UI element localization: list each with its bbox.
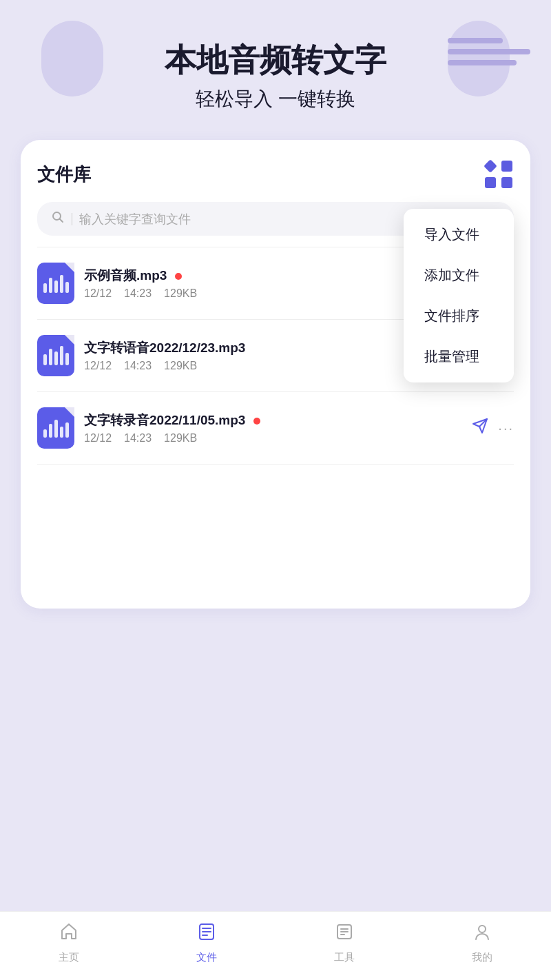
search-divider	[72, 213, 72, 225]
file-item-3[interactable]: 文字转录音2022/11/05.mp3 12/12 14:23 129KB ··…	[37, 398, 514, 458]
bar4	[60, 427, 63, 438]
file-icon-2	[37, 335, 74, 376]
page-title: 本地音频转文字	[28, 41, 523, 79]
file-icon-nav	[196, 921, 217, 947]
bar3	[54, 280, 58, 293]
bar1	[43, 354, 47, 365]
tool-icon	[334, 921, 355, 947]
file-name-3: 文字转录音2022/11/05.mp3	[84, 411, 462, 429]
file-date-3: 12/12	[84, 432, 112, 445]
bar1	[43, 283, 47, 293]
bar3	[54, 420, 58, 438]
home-icon	[59, 921, 79, 947]
bar5	[65, 353, 69, 365]
library-header: 文件库	[37, 159, 514, 190]
red-dot-3	[253, 418, 260, 425]
nav-item-tool[interactable]: 工具	[276, 921, 413, 964]
grid-icon-sq3	[501, 177, 512, 188]
file-time-3: 14:23	[124, 432, 152, 445]
bottom-nav: 主页 文件 工具 我的	[0, 911, 551, 980]
audio-bars-3	[43, 418, 69, 438]
audio-bars-1	[43, 274, 69, 293]
page-subtitle: 轻松导入 一键转换	[28, 86, 523, 112]
dropdown-item-sort[interactable]: 文件排序	[404, 296, 514, 336]
nav-item-mine[interactable]: 我的	[413, 921, 551, 964]
file-time-1: 14:23	[124, 287, 152, 300]
file-meta-3: 12/12 14:23 129KB	[84, 432, 462, 445]
search-icon	[51, 210, 65, 227]
file-time-2: 14:23	[124, 360, 152, 372]
file-actions-3: ···	[472, 418, 514, 438]
search-placeholder: 输入关键字查询文件	[79, 211, 191, 227]
file-date-2: 12/12	[84, 360, 112, 372]
nav-label-tool: 工具	[334, 951, 355, 964]
bar4	[60, 275, 63, 293]
bar2	[49, 278, 52, 293]
file-info-3: 文字转录音2022/11/05.mp3 12/12 14:23 129KB	[84, 411, 462, 445]
list-divider-3	[37, 464, 514, 465]
dropdown-menu: 导入文件 添加文件 文件排序 批量管理	[404, 209, 514, 382]
file-date-1: 12/12	[84, 287, 112, 300]
file-size-1: 129KB	[164, 287, 197, 300]
svg-point-4	[479, 926, 486, 932]
bar2	[49, 349, 52, 365]
bar2	[49, 424, 52, 438]
file-size-2: 129KB	[164, 360, 197, 372]
grid-icon-diamond	[484, 159, 497, 173]
nav-label-mine: 我的	[472, 951, 492, 964]
audio-bars-2	[43, 346, 69, 365]
send-icon-3[interactable]	[472, 418, 488, 438]
grid-icon-sq2	[485, 177, 496, 188]
library-title: 文件库	[37, 163, 91, 187]
bar1	[43, 429, 47, 438]
header: 本地音频转文字 轻松导入 一键转换	[0, 0, 551, 133]
grid-icon-sq1	[501, 161, 512, 172]
file-icon-1	[37, 263, 74, 304]
svg-line-1	[60, 219, 63, 223]
red-dot-1	[175, 273, 182, 280]
user-icon	[472, 921, 492, 947]
view-toggle-button[interactable]	[484, 159, 514, 190]
nav-item-home[interactable]: 主页	[0, 921, 138, 964]
main-card: 文件库 输入关键字查询文件	[21, 140, 530, 609]
file-icon-3	[37, 407, 74, 449]
bar5	[65, 282, 69, 293]
nav-label-file: 文件	[196, 951, 217, 964]
nav-label-home: 主页	[59, 951, 79, 964]
file-size-3: 129KB	[164, 432, 197, 445]
bar3	[54, 351, 58, 365]
dropdown-item-add[interactable]: 添加文件	[404, 255, 514, 296]
nav-item-file[interactable]: 文件	[138, 921, 276, 964]
more-icon-3[interactable]: ···	[498, 420, 514, 436]
dropdown-item-import[interactable]: 导入文件	[404, 214, 514, 255]
bar4	[60, 346, 63, 365]
bar5	[65, 422, 69, 438]
list-divider-2	[37, 391, 514, 392]
dropdown-item-batch[interactable]: 批量管理	[404, 336, 514, 377]
